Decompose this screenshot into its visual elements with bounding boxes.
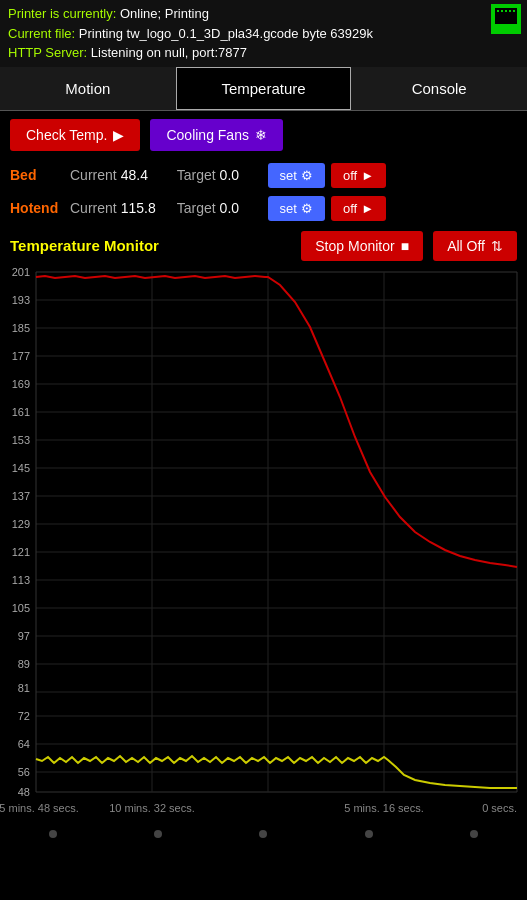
svg-text:72: 72 [18, 710, 30, 722]
nav-dot-2 [154, 830, 162, 838]
bed-off-icon: ► [361, 168, 374, 183]
cooling-fans-icon: ❄ [255, 127, 267, 143]
hotend-off-label: off [343, 201, 357, 216]
stop-monitor-label: Stop Monitor [315, 238, 394, 254]
hotend-current-key: Current [70, 200, 117, 216]
svg-rect-5 [509, 10, 511, 12]
http-server-label: HTTP Server: [8, 45, 87, 60]
svg-text:177: 177 [12, 350, 30, 362]
printer-icon [491, 4, 521, 40]
monitor-row: Temperature Monitor Stop Monitor ■ All O… [0, 225, 527, 267]
check-temp-label: Check Temp. [26, 127, 107, 143]
tab-motion[interactable]: Motion [0, 67, 176, 110]
bed-set-label: set [280, 168, 297, 183]
bed-current-key: Current [70, 167, 117, 183]
nav-dot-5 [470, 830, 478, 838]
bed-label: Bed [10, 167, 70, 183]
svg-text:169: 169 [12, 378, 30, 390]
svg-text:15 mins. 48 secs.: 15 mins. 48 secs. [0, 802, 79, 814]
svg-text:105: 105 [12, 602, 30, 614]
tab-bar: Motion Temperature Console [0, 67, 527, 111]
svg-text:121: 121 [12, 546, 30, 558]
printer-status-label: Printer is currently: [8, 6, 116, 21]
svg-text:10 mins. 32 secs.: 10 mins. 32 secs. [109, 802, 195, 814]
hotend-target-value: 0.0 [220, 200, 260, 216]
bed-off-label: off [343, 168, 357, 183]
svg-rect-2 [497, 10, 499, 12]
all-off-label: All Off [447, 238, 485, 254]
svg-text:145: 145 [12, 462, 30, 474]
nav-dot-3 [259, 830, 267, 838]
temperature-chart: // This will be done in JS below [0, 267, 527, 822]
temperature-monitor-label: Temperature Monitor [10, 237, 291, 254]
svg-text:5 mins. 16 secs.: 5 mins. 16 secs. [344, 802, 423, 814]
svg-text:56: 56 [18, 766, 30, 778]
current-file-extra: byte 63929k [302, 26, 373, 41]
all-off-button[interactable]: All Off ⇅ [433, 231, 517, 261]
svg-text:97: 97 [18, 630, 30, 642]
nav-dot-1 [49, 830, 57, 838]
svg-rect-4 [505, 10, 507, 12]
bed-off-button[interactable]: off ► [331, 163, 386, 188]
current-file-label: Current file: [8, 26, 75, 41]
svg-text:185: 185 [12, 322, 30, 334]
action-buttons-row: Check Temp. ▶ Cooling Fans ❄ [0, 111, 527, 159]
hotend-current-value: 115.8 [121, 200, 161, 216]
http-server-value: Listening on null, port:7877 [91, 45, 247, 60]
stop-monitor-button[interactable]: Stop Monitor ■ [301, 231, 423, 261]
hotend-off-icon: ► [361, 201, 374, 216]
svg-text:48: 48 [18, 786, 30, 798]
hotend-temp-row: Hotend Current 115.8 Target 0.0 set ⚙ of… [0, 192, 527, 225]
stop-monitor-icon: ■ [401, 238, 409, 254]
hotend-set-button[interactable]: set ⚙ [268, 196, 325, 221]
hotend-off-button[interactable]: off ► [331, 196, 386, 221]
hotend-target-key: Target [177, 200, 216, 216]
hotend-temperature-line [36, 276, 517, 567]
bed-current-value: 48.4 [121, 167, 161, 183]
printer-status-value: Online; Printing [120, 6, 209, 21]
check-temp-button[interactable]: Check Temp. ▶ [10, 119, 140, 151]
chart-svg: // This will be done in JS below [0, 267, 527, 822]
svg-text:129: 129 [12, 518, 30, 530]
bed-target-value: 0.0 [220, 167, 260, 183]
svg-rect-3 [501, 10, 503, 12]
bottom-dots [0, 822, 527, 846]
svg-text:0 secs.: 0 secs. [482, 802, 517, 814]
hotend-label: Hotend [10, 200, 70, 216]
nav-dot-4 [365, 830, 373, 838]
svg-text:153: 153 [12, 434, 30, 446]
tab-console[interactable]: Console [351, 67, 527, 110]
current-file-value: Printing tw_logo_0.1_3D_pla34.gcode [79, 26, 299, 41]
svg-text:137: 137 [12, 490, 30, 502]
cooling-fans-label: Cooling Fans [166, 127, 249, 143]
tab-temperature[interactable]: Temperature [176, 67, 352, 110]
svg-text:161: 161 [12, 406, 30, 418]
bed-set-icon: ⚙ [301, 168, 313, 183]
bed-temp-row: Bed Current 48.4 Target 0.0 set ⚙ off ► [0, 159, 527, 192]
cooling-fans-button[interactable]: Cooling Fans ❄ [150, 119, 283, 151]
hotend-set-icon: ⚙ [301, 201, 313, 216]
svg-text:201: 201 [12, 267, 30, 278]
svg-text:64: 64 [18, 738, 30, 750]
svg-text:81: 81 [18, 682, 30, 694]
svg-rect-6 [513, 10, 515, 12]
hotend-set-label: set [280, 201, 297, 216]
svg-text:113: 113 [12, 574, 30, 586]
all-off-icon: ⇅ [491, 238, 503, 254]
bed-set-button[interactable]: set ⚙ [268, 163, 325, 188]
svg-text:89: 89 [18, 658, 30, 670]
svg-text:193: 193 [12, 294, 30, 306]
bed-target-key: Target [177, 167, 216, 183]
check-temp-icon: ▶ [113, 127, 124, 143]
